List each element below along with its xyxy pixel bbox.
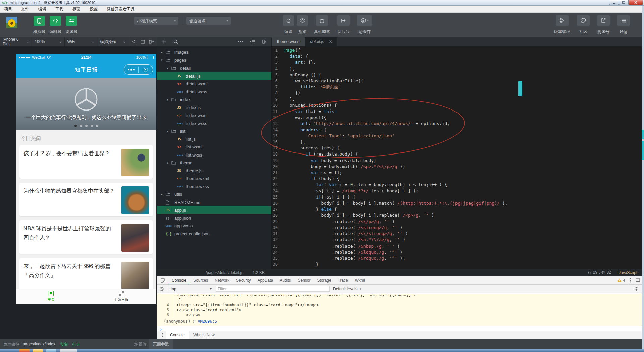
tree-item-app.json[interactable]: {}app.json [157, 214, 271, 222]
tree-item-detail.wxss[interactable]: wxssdetail.wxss [157, 88, 271, 96]
tree-item-utils[interactable]: ▸utils [157, 190, 271, 199]
tree-item-index[interactable]: ▾index [157, 96, 271, 104]
tabbar-item-home[interactable]: 主页 [16, 289, 86, 304]
tab-theme-wxss[interactable]: theme.wxss [272, 37, 305, 46]
windows-taskbar[interactable] [0, 349, 644, 352]
tree-item-list.js[interactable]: JSlist.js [157, 135, 271, 143]
copy-path-button[interactable]: 复制 [60, 342, 68, 347]
source-link[interactable]: VM2696:5 [198, 319, 217, 324]
remote-debug-button[interactable] [316, 15, 328, 26]
close-button[interactable] [629, 0, 643, 5]
menu-item-1[interactable]: 文件 [21, 6, 29, 12]
page-params-button[interactable]: 页面参数 [149, 339, 173, 349]
tree-item-detail.wxml[interactable]: <>detail.wxml [157, 80, 271, 88]
taskbar-icon[interactable] [46, 349, 56, 352]
hide-panel-button[interactable] [262, 40, 267, 44]
tree-item-app.js[interactable]: JSapp.js [157, 206, 271, 214]
tree-item-pages[interactable]: ▾pages [157, 56, 271, 64]
tree-item-detail.js[interactable]: JSdetail.js [157, 72, 271, 80]
simulator-toggle-button[interactable] [34, 16, 45, 26]
tree-item-index.wxss[interactable]: wxssindex.wxss [157, 120, 271, 128]
devtools-tab-security[interactable]: Security [233, 276, 254, 284]
tree-item-theme.wxss[interactable]: wxsstheme.wxss [157, 183, 271, 191]
drawer-tab-1[interactable]: What's New [189, 331, 219, 339]
minimize-button[interactable] [609, 0, 619, 5]
maximize-button[interactable] [619, 0, 629, 5]
more-button[interactable] [238, 41, 243, 42]
test-account-button[interactable] [597, 15, 610, 26]
zoom-select[interactable]: 100% ⌄ [32, 37, 64, 46]
rotate-button[interactable] [149, 40, 154, 44]
user-avatar[interactable] [6, 17, 17, 28]
filter-input[interactable]: Filter [216, 286, 330, 292]
editor-toggle-button[interactable] [50, 16, 61, 26]
tree-item-index.wxml[interactable]: <>index.wxml [157, 112, 271, 120]
screenshot-button[interactable] [141, 40, 145, 44]
compile-mode-select[interactable]: 普通编译 ▾ [186, 17, 231, 25]
tree-item-detail[interactable]: ▾detail [157, 64, 271, 72]
news-card[interactable]: 孩子才 2 岁，要不要带出去看世界？ [19, 145, 153, 179]
news-card[interactable]: 来，一起欣赏下马云关于 996 的那篇「高分作文」 [19, 258, 153, 292]
news-card[interactable]: 为什么生物的感知器官都集中在头部？ [19, 183, 153, 216]
news-card[interactable]: NBA 球员是不是世界上打篮球最强的四百个人？ [19, 220, 153, 254]
wechat-capsule[interactable] [124, 64, 153, 75]
tree-item-list.wxss[interactable]: wxsslist.wxss [157, 151, 271, 159]
open-path-button[interactable]: 打开 [72, 342, 80, 347]
menu-item-5[interactable]: 设置 [90, 6, 98, 12]
clear-cache-button[interactable]: ▾ [357, 15, 372, 26]
close-tab-icon[interactable]: ✕ [329, 39, 332, 44]
tree-item-list[interactable]: ▾list [157, 127, 271, 135]
devtools-tab-trace[interactable]: Trace [335, 276, 352, 284]
issue-count-badge[interactable]: 4 [617, 278, 625, 282]
log-levels-select[interactable]: Default levels ▼ [333, 287, 362, 291]
tree-item-project.config.json[interactable]: { }project.config.json [157, 230, 271, 238]
code-editor[interactable]: 1Page({2 data: {3 art: {},4 },5 onReady … [272, 46, 644, 269]
tree-item-images[interactable]: ▸images [157, 48, 271, 56]
menu-item-0[interactable]: 项目 [4, 6, 12, 12]
switch-background-button[interactable] [337, 15, 350, 26]
tree-item-app.wxss[interactable]: wxssapp.wxss [157, 222, 271, 230]
devtools-tab-audits[interactable]: Audits [276, 276, 294, 284]
menu-item-2[interactable]: 编辑 [38, 6, 46, 12]
devtools-tab-storage[interactable]: Storage [314, 276, 335, 284]
community-button[interactable] [577, 15, 590, 26]
tree-item-theme.js[interactable]: JStheme.js [157, 167, 271, 175]
editor-scrollbar-thumb[interactable] [518, 81, 522, 96]
devtools-tab-sources[interactable]: Sources [190, 276, 211, 284]
search-button[interactable] [173, 39, 178, 44]
compile-button[interactable] [283, 15, 294, 26]
devtools-tab-network[interactable]: Network [211, 276, 233, 284]
new-file-button[interactable] [162, 40, 166, 44]
taskbar-icon[interactable] [33, 349, 43, 352]
menu-item-3[interactable]: 工具 [55, 6, 63, 12]
more-icon[interactable] [124, 69, 138, 71]
clear-console-button[interactable] [160, 287, 164, 291]
preview-button[interactable] [297, 15, 308, 26]
details-button[interactable] [617, 15, 630, 26]
taskbar-icon[interactable] [60, 349, 77, 352]
menu-item-4[interactable]: 界面 [72, 6, 80, 12]
debugger-toggle-button[interactable] [66, 16, 77, 26]
taskbar-icon[interactable] [19, 349, 30, 352]
device-select[interactable]: iPhone 6 Plus ⌄ [0, 37, 32, 46]
menu-item-6[interactable]: 微信开发者工具 [107, 6, 135, 12]
tree-item-theme[interactable]: ▾theme [157, 159, 271, 167]
devtools-tab-console[interactable]: Console [168, 276, 190, 284]
devtools-tab-sensor[interactable]: Sensor [294, 276, 314, 284]
language-label[interactable]: JavaScript [619, 270, 637, 275]
mute-button[interactable] [132, 40, 137, 44]
simulate-action-select[interactable]: 模拟操作 ⌄ [97, 37, 129, 46]
tree-item-index.js[interactable]: JSindex.js [157, 104, 271, 112]
collapse-all-button[interactable] [250, 40, 255, 44]
context-select[interactable]: top ▼ [171, 287, 212, 291]
tabbar-item-themes[interactable]: 主题日报 [86, 289, 156, 304]
exit-icon[interactable] [139, 68, 153, 72]
carousel-hero[interactable]: 一个巨大的汽车行业潜规则，就这么不经意间捅了出来 [16, 78, 156, 130]
devtools-tab-appdata[interactable]: AppData [254, 276, 276, 284]
drawer-tab-0[interactable]: Console [166, 331, 189, 339]
console-settings-button[interactable] [634, 287, 639, 291]
devtools-menu-button[interactable] [630, 278, 631, 283]
tree-item-list.wxml[interactable]: <>list.wxml [157, 143, 271, 151]
version-control-button[interactable] [556, 15, 569, 26]
tree-item-theme.wxml[interactable]: <>theme.wxml [157, 175, 271, 183]
